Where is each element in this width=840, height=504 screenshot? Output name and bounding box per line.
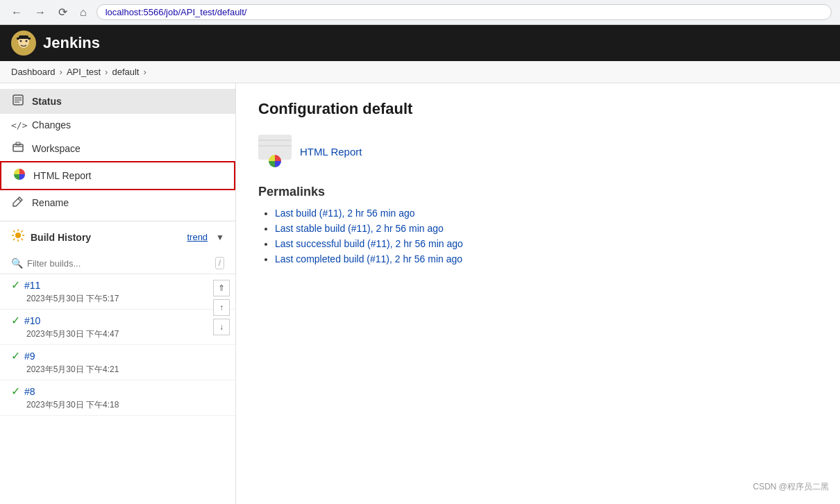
build-list-item[interactable]: ✓ #8 2023年5月30日 下午4:18 [0,380,235,416]
sidebar-item-rename-label: Rename [32,197,69,208]
sidebar-item-rename[interactable]: Rename [0,190,235,215]
permalink-item: Last build (#11), 2 hr 56 min ago [275,208,818,219]
permalink-item: Last stable build (#11), 2 hr 56 min ago [275,223,818,234]
breadcrumb-default[interactable]: default [112,67,139,77]
home-button[interactable]: ⌂ [77,5,90,20]
breadcrumb-dashboard[interactable]: Dashboard [11,67,56,77]
build-success-icon-3: ✓ [11,385,20,398]
permalink-link-3[interactable]: Last completed build (#11), 2 hr 56 min … [275,253,462,264]
breadcrumb-api-test[interactable]: API_test [67,67,101,77]
build-number-link-0[interactable]: #11 [24,280,40,291]
filter-builds-bar: 🔍 / [0,253,235,274]
build-date-1: 2023年5月30日 下午4:47 [26,328,224,340]
builds-area: ✓ #11 2023年5月30日 下午5:17 ✓ #10 2023年5月30日… [0,274,235,416]
permalinks-title: Permalinks [258,185,818,199]
status-icon [11,94,25,108]
permalink-link-2[interactable]: Last successful build (#11), 2 hr 56 min… [275,238,463,249]
html-report-icon [12,168,26,183]
jenkins-header: Jenkins [0,25,840,61]
build-date-3: 2023年5月30日 下午4:18 [26,399,224,411]
svg-rect-4 [19,35,28,39]
sidebar-item-html-report[interactable]: HTML Report [0,161,235,190]
build-success-icon-0: ✓ [11,278,20,292]
permalink-item: Last successful build (#11), 2 hr 56 min… [275,238,818,249]
forward-button[interactable]: → [32,5,49,20]
search-icon: 🔍 [11,258,23,269]
filter-builds-input[interactable] [27,258,211,269]
permalink-link-1[interactable]: Last stable build (#11), 2 hr 56 min ago [275,223,444,234]
jenkins-avatar-icon [12,32,35,54]
breadcrumb-sep-1: › [60,67,62,77]
browser-bar: ← → ⟳ ⌂ localhost:5566/job/API_test/defa… [0,0,840,25]
sidebar-item-workspace[interactable]: Workspace [0,136,235,161]
svg-point-2 [20,40,22,42]
svg-line-20 [13,230,15,233]
csdn-watermark: CSDN @程序员二黑 [753,481,829,493]
rename-icon [11,196,25,210]
build-history-sun-icon [11,228,25,246]
build-number-link-3[interactable]: #8 [24,386,35,397]
trend-chevron-icon: ▼ [216,233,224,242]
svg-rect-5 [17,37,19,40]
sidebar-item-status-label: Status [32,96,62,107]
build-number-link-1[interactable]: #10 [24,315,40,326]
main-layout: Status </> Changes Workspace [0,83,840,504]
permalink-item: Last completed build (#11), 2 hr 56 min … [275,253,818,264]
build-number-link-2[interactable]: #9 [24,351,35,362]
html-report-section: HTML Report [258,135,818,168]
breadcrumb: Dashboard › API_test › default › [0,61,840,83]
svg-rect-6 [28,37,31,40]
main-content: Configuration default HTML Report [236,83,840,504]
html-report-thumbnail [258,135,292,168]
trend-link[interactable]: trend [187,232,208,242]
breadcrumb-sep-3: › [143,67,146,77]
svg-line-21 [22,239,24,241]
changes-icon: </> [11,120,25,131]
jenkins-logo-icon [11,31,36,56]
build-list-item[interactable]: ✓ #10 2023年5月30日 下午4:47 [0,310,235,345]
build-history-label: Build History [31,232,181,243]
scroll-down-button[interactable]: ↓ [213,319,230,335]
permalink-list: Last build (#11), 2 hr 56 min agoLast st… [258,208,818,264]
scroll-up-button[interactable]: ↑ [213,299,230,316]
svg-point-15 [15,233,21,238]
build-list-item[interactable]: ✓ #11 2023年5月30日 下午5:17 [0,274,235,310]
permalink-link-0[interactable]: Last build (#11), 2 hr 56 min ago [275,208,415,219]
scroll-controls: ⇑ ↑ ↓ [213,280,230,335]
sidebar-item-status[interactable]: Status [0,89,235,114]
html-report-link[interactable]: HTML Report [300,146,362,158]
filter-shortcut: / [215,257,224,269]
sidebar-item-changes[interactable]: </> Changes [0,114,235,136]
scroll-top-button[interactable]: ⇑ [213,280,230,296]
reload-button[interactable]: ⟳ [56,4,70,20]
html-report-pie-icon [258,135,292,168]
build-success-icon-2: ✓ [11,349,20,362]
sidebar-item-html-report-label: HTML Report [33,170,92,181]
breadcrumb-sep-2: › [105,67,108,77]
svg-point-3 [26,40,28,42]
back-button[interactable]: ← [8,5,25,20]
permalinks-section: Permalinks Last build (#11), 2 hr 56 min… [258,185,818,264]
address-bar[interactable]: localhost:5566/job/API_test/default/ [96,4,832,20]
page-title: Configuration default [258,100,818,118]
build-list: ✓ #11 2023年5月30日 下午5:17 ✓ #10 2023年5月30日… [0,274,235,416]
build-date-0: 2023年5月30日 下午5:17 [26,293,224,305]
sidebar-item-changes-label: Changes [32,119,71,131]
jenkins-title: Jenkins [43,34,100,52]
svg-line-14 [18,199,21,201]
sidebar: Status </> Changes Workspace [0,83,236,504]
build-date-2: 2023年5月30日 下午4:21 [26,364,224,376]
workspace-icon [11,142,25,156]
sidebar-item-workspace-label: Workspace [32,143,81,154]
build-list-item[interactable]: ✓ #9 2023年5月30日 下午4:21 [0,345,235,380]
svg-line-22 [22,230,24,233]
sidebar-nav: Status </> Changes Workspace [0,83,235,221]
build-success-icon-1: ✓ [11,314,20,327]
build-history-section: Build History trend ▼ [0,221,235,253]
svg-line-23 [13,239,15,241]
